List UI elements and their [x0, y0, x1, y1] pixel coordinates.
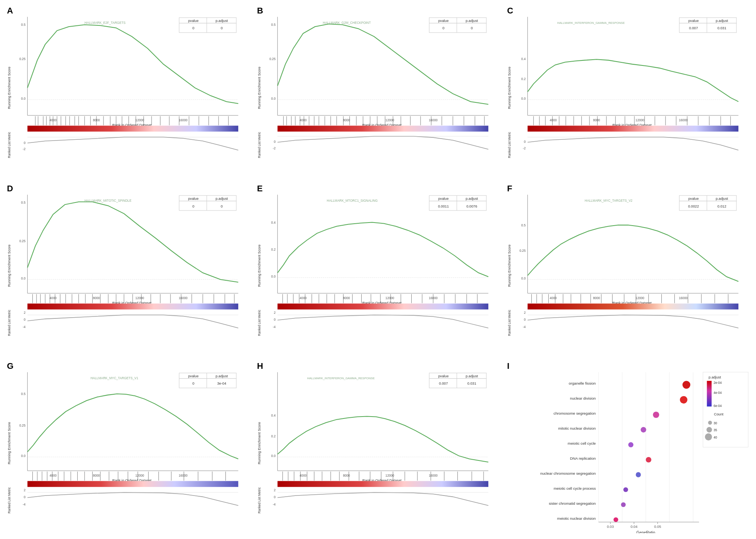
svg-text:nuclear division: nuclear division — [570, 397, 596, 401]
panel-label-I: I — [507, 361, 509, 371]
svg-text:p.adjust: p.adjust — [215, 374, 228, 378]
svg-text:8000: 8000 — [93, 296, 100, 300]
svg-text:30: 30 — [714, 422, 718, 425]
svg-text:40: 40 — [714, 436, 718, 439]
svg-text:4000: 4000 — [300, 119, 307, 122]
svg-text:0: 0 — [192, 27, 194, 30]
svg-text:Running Enrichment Score: Running Enrichment Score — [507, 67, 511, 109]
svg-text:2: 2 — [274, 489, 276, 492]
svg-text:Ranked List Metric: Ranked List Metric — [258, 310, 261, 336]
svg-text:16000: 16000 — [679, 296, 688, 300]
svg-text:4000: 4000 — [550, 119, 557, 122]
svg-point-431 — [636, 472, 641, 477]
svg-text:p.adjust: p.adjust — [466, 197, 478, 201]
svg-text:HALLMARK_MTORC1_SIGNALING: HALLMARK_MTORC1_SIGNALING — [327, 199, 377, 203]
svg-text:2: 2 — [24, 489, 26, 492]
svg-text:chromosome segregation: chromosome segregation — [554, 412, 596, 416]
svg-text:DNA replication: DNA replication — [570, 456, 596, 460]
svg-rect-341 — [27, 481, 238, 487]
svg-text:4000: 4000 — [50, 474, 57, 477]
svg-text:Ranked List Metric: Ranked List Metric — [508, 310, 511, 336]
svg-text:16000: 16000 — [179, 474, 187, 477]
svg-text:-2: -2 — [523, 147, 526, 150]
svg-text:0.007: 0.007 — [439, 382, 448, 386]
svg-text:0.0: 0.0 — [271, 454, 276, 458]
svg-text:p.adjust: p.adjust — [215, 197, 228, 201]
svg-text:8000: 8000 — [593, 119, 600, 122]
svg-text:pvalue: pvalue — [438, 19, 449, 23]
panel-label-B: B — [257, 6, 263, 16]
svg-text:HALLMARK_INTERFERON_GAMMA_RESP: HALLMARK_INTERFERON_GAMMA_RESPONSE — [307, 377, 375, 380]
svg-text:pvalue: pvalue — [438, 374, 449, 378]
svg-text:Running Enrichment Score: Running Enrichment Score — [257, 244, 261, 287]
svg-text:16000: 16000 — [679, 119, 688, 122]
svg-text:16000: 16000 — [179, 296, 187, 300]
svg-text:0.2: 0.2 — [521, 77, 526, 81]
svg-text:35: 35 — [714, 429, 718, 432]
svg-text:8000: 8000 — [343, 119, 350, 122]
svg-text:16000: 16000 — [429, 119, 437, 122]
svg-text:0.25: 0.25 — [19, 424, 25, 427]
svg-rect-197 — [27, 303, 238, 309]
svg-text:GeneRatio: GeneRatio — [636, 531, 655, 533]
svg-text:mitotic nuclear division: mitotic nuclear division — [558, 427, 596, 431]
svg-text:0: 0 — [442, 27, 444, 30]
svg-text:4000: 4000 — [50, 296, 57, 300]
svg-text:2: 2 — [24, 311, 26, 315]
svg-text:pvalue: pvalue — [188, 197, 199, 201]
svg-text:0: 0 — [274, 318, 276, 321]
svg-text:0: 0 — [24, 496, 26, 499]
svg-text:0.031: 0.031 — [718, 27, 726, 30]
svg-rect-388 — [277, 481, 488, 487]
svg-point-425 — [683, 381, 690, 389]
panel-label-H: H — [257, 361, 263, 371]
svg-rect-292 — [527, 303, 738, 309]
svg-text:HALLMARK_MYC_TARGETS_V1: HALLMARK_MYC_TARGETS_V1 — [90, 377, 139, 380]
svg-rect-145 — [527, 126, 738, 131]
svg-text:pvalue: pvalue — [438, 197, 449, 201]
svg-text:0.007: 0.007 — [689, 27, 698, 30]
panel-I: I organelle fission nuclear division chr… — [504, 359, 752, 535]
svg-text:0.0: 0.0 — [521, 97, 526, 100]
svg-rect-97 — [277, 126, 488, 131]
svg-text:0.5: 0.5 — [21, 201, 26, 204]
svg-text:0: 0 — [24, 318, 26, 321]
svg-text:0: 0 — [192, 204, 194, 208]
svg-text:meiotic cell cycle process: meiotic cell cycle process — [554, 486, 596, 490]
svg-text:p.adjust: p.adjust — [716, 19, 728, 23]
panel-B: B Running Enrichment Score 4000 8000 120… — [254, 4, 502, 180]
svg-text:pvalue: pvalue — [688, 19, 699, 23]
svg-point-426 — [680, 396, 687, 403]
svg-text:0.25: 0.25 — [269, 57, 275, 61]
svg-text:0: 0 — [192, 382, 194, 386]
svg-text:0.5: 0.5 — [21, 392, 26, 396]
panel-F: F Running Enrichment Score 4000 8000 120… — [504, 182, 752, 358]
svg-text:0.03: 0.03 — [607, 525, 614, 529]
svg-text:0: 0 — [274, 140, 276, 144]
svg-text:HALLMARK_MYC_TARGETS_V2: HALLMARK_MYC_TARGETS_V2 — [585, 199, 633, 203]
svg-text:Ranked List Metric: Ranked List Metric — [8, 132, 11, 158]
svg-text:-4: -4 — [273, 503, 276, 506]
svg-text:12000: 12000 — [636, 296, 644, 300]
svg-text:3e-04: 3e-04 — [217, 382, 226, 386]
svg-text:0.2: 0.2 — [271, 435, 276, 438]
svg-text:0: 0 — [471, 27, 473, 30]
svg-text:HALLMARK_E2F_TARGETS: HALLMARK_E2F_TARGETS — [85, 21, 126, 25]
svg-text:Running Enrichment Score: Running Enrichment Score — [7, 67, 11, 109]
svg-text:0.0011: 0.0011 — [438, 204, 449, 208]
svg-rect-437 — [707, 381, 711, 407]
svg-text:4e-04: 4e-04 — [714, 391, 722, 395]
panel-H: H Running Enrichment Score 4000 8000 120… — [254, 359, 502, 535]
svg-text:0: 0 — [274, 496, 276, 499]
svg-text:0.0: 0.0 — [21, 454, 26, 458]
svg-text:-4: -4 — [23, 503, 26, 506]
svg-point-428 — [641, 427, 646, 432]
svg-text:0: 0 — [221, 204, 223, 208]
svg-text:0.0: 0.0 — [21, 277, 26, 280]
svg-text:Count: Count — [714, 413, 724, 417]
svg-text:0.5: 0.5 — [271, 23, 276, 27]
svg-text:16000: 16000 — [429, 474, 437, 477]
svg-text:0: 0 — [24, 141, 26, 145]
svg-text:organelle fission: organelle fission — [569, 382, 596, 386]
panel-D: D Running Enrichment Score 4000 8000 120… — [4, 182, 252, 358]
